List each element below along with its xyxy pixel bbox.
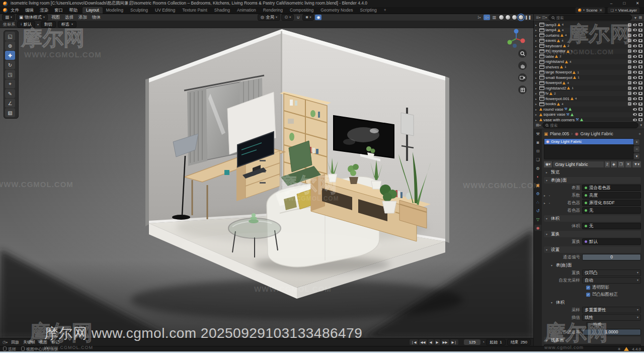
filter-dropdown-icon[interactable]: ▼▾ [632,161,641,167]
outliner-row[interactable]: ▸ nightstand2 1 ⚒ ✓ [534,85,644,91]
new-material-icon[interactable]: ❐ [618,161,624,167]
shading-rendered-button[interactable] [518,15,524,20]
play-reverse-button[interactable]: ◀ [428,339,434,345]
app-menu-item[interactable]: 渲染 [37,8,51,13]
orientation-default-dropdown[interactable]: ⟊默认 [17,21,35,28]
jump-end-button[interactable]: ▶❘ [450,339,458,345]
frame-start-field[interactable]: 起始1 [486,339,505,345]
axis-z[interactable] [514,29,519,34]
shader2-value-field[interactable]: 无 [582,207,641,214]
checkbox-icon[interactable]: ✓ [628,97,631,101]
properties-search[interactable] [542,122,639,128]
eye-icon[interactable] [633,50,637,52]
expand-arrow-icon[interactable]: ▸ [535,118,538,122]
axis-y-neg[interactable] [513,44,517,48]
workspace-tab[interactable]: Scripting [357,7,380,14]
checkbox-icon[interactable]: ✓ [628,76,631,79]
outliner-search[interactable] [548,15,632,21]
checkbox-icon[interactable]: ✓ [628,60,631,63]
overlays-toggle-icon[interactable]: ◌▾ [484,15,490,20]
tool-button[interactable]: ⌖ [5,79,15,89]
expand-arrow-icon[interactable]: ▸ [535,113,538,116]
expand-arrow-icon[interactable]: ▸ [535,28,538,32]
camera-icon[interactable] [638,103,642,106]
workspace-tab[interactable]: Shading [211,7,233,14]
timeline-menu-item[interactable]: 标记 [49,340,61,344]
timeline-menu-item[interactable]: 关键帧 [21,340,37,344]
shading-solid-button[interactable] [505,15,511,20]
shading-material-button[interactable] [512,15,517,20]
outliner-row[interactable]: ▸ vase with corners ⚒ ✓ [534,117,644,122]
surface-value-field[interactable]: 混合着色器 [582,185,641,191]
outliner-row[interactable]: ▸ flowerpot 4 ⚒ ✓ [534,80,644,86]
outliner-row[interactable]: ▸ curtains 4 ⚒ ✓ [534,33,644,38]
checkbox-icon[interactable]: ✓ [586,293,590,297]
outliner-row[interactable]: ▸ lamp3 4 ⚒ ✓ [534,22,644,28]
properties-tab[interactable]: ⊟ [534,148,541,154]
breadcrumb-object[interactable]: Plane.005 [550,131,569,136]
view-layer-selector[interactable]: ❏▾ViewLayer [607,7,640,14]
outliner-row[interactable]: ▸ small flowerpot 1 ⚒ ✓ [534,75,644,80]
section-displacement[interactable]: ▾置换 [544,231,641,237]
warning-icon[interactable] [624,347,629,351]
expand-arrow-icon[interactable]: ▸ [535,76,538,79]
proportional-edit-icon[interactable]: ◉ [315,15,321,20]
expand-arrow-icon[interactable]: ▸ [535,55,538,58]
camera-icon[interactable] [638,39,642,42]
expand-arrow-icon[interactable]: ▸ [535,92,538,95]
zoom-icon[interactable] [518,49,527,58]
displacement-value-field[interactable]: 默认 [582,238,641,245]
properties-tab[interactable]: ❏ [534,156,541,162]
camera-icon[interactable] [638,92,642,95]
properties-tab[interactable]: ⚙ [534,191,541,197]
camera-icon[interactable] [638,44,642,47]
camera-icon[interactable] [638,97,642,100]
outliner-row[interactable]: ▸ books 4 ⚒ ✓ [534,102,644,107]
outliner-row[interactable]: ▸ tv 2 ⚒ ✓ [534,91,644,97]
section-line-art[interactable]: ▾线条画 [544,337,641,343]
tool-button[interactable]: ✚ [5,51,15,60]
pan-hand-icon[interactable] [518,61,527,70]
viewport-menu-item[interactable]: 物体 [90,15,103,20]
pass-index-field[interactable]: 0 [582,254,641,260]
outliner-menu-icon[interactable]: ▤ [638,16,642,20]
material-slot-selected[interactable]: ◉ Gray Light Fabric [544,139,633,144]
network-icon[interactable]: ✳ [618,347,621,351]
eye-icon[interactable] [633,24,637,26]
eye-icon[interactable] [633,119,637,121]
breadcrumb-material[interactable]: Gray Light Fabric [581,131,613,136]
properties-tab[interactable]: ↺ [534,208,541,214]
eye-icon[interactable] [633,39,637,42]
checkbox-icon[interactable]: ✓ [628,92,631,95]
axis-x[interactable] [521,39,525,43]
eye-icon[interactable] [633,71,637,73]
jump-start-button[interactable]: ❘◀ [410,339,418,345]
properties-tab[interactable]: ◐ [534,173,541,180]
properties-tab[interactable]: ∴ [534,199,541,205]
header-pause-icon[interactable]: ❚❚ [525,15,531,20]
workspace-tab[interactable]: + [380,7,390,14]
tool-button[interactable]: ⊕ [5,41,15,50]
xray-toggle-icon[interactable]: ▥ [491,15,498,20]
workspace-tab[interactable]: Animation [233,7,260,14]
volume-value-field[interactable]: 无 [582,223,641,229]
checkbox-icon[interactable]: ✓ [628,102,631,106]
step-rate-field[interactable]: 1.0000 [582,329,641,335]
editor-type-button[interactable]: ▦▾ [2,14,15,21]
navigation-gizmo[interactable] [506,29,526,51]
shading-wireframe-button[interactable] [499,15,504,20]
viewport-menu-item[interactable]: 选择 [62,15,76,20]
camera-icon[interactable] [638,50,642,53]
expand-arrow-icon[interactable]: ▸ [535,108,538,111]
next-keyframe-button[interactable]: ▶▶ [441,339,449,345]
camera-icon[interactable] [638,86,642,90]
viewport-menu-item[interactable]: 视图 [49,15,62,20]
workspace-tab[interactable]: Sculpting [127,7,151,14]
scene-selector[interactable]: ▾Scene✕ [575,7,605,14]
properties-tab[interactable]: ▣ [534,182,541,188]
frame-end-field[interactable]: 结束250 [507,339,531,345]
eye-icon[interactable] [633,108,637,111]
app-menu-item[interactable]: 文件 [8,8,22,13]
eye-icon[interactable] [633,87,637,90]
timeline-editor-icon[interactable]: ◷▾ [3,340,8,344]
